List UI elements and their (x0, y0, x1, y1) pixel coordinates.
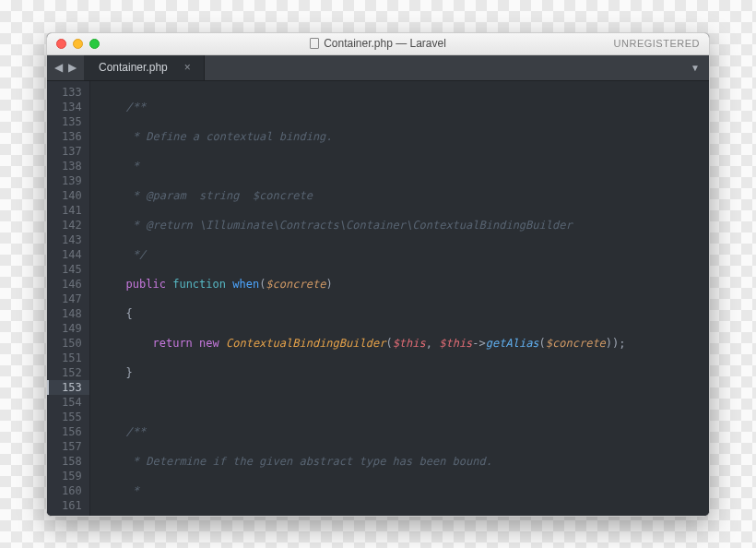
code-token: * @return (126, 219, 193, 232)
line-number: 142 (60, 218, 82, 232)
window-title-text: Container.php — Laravel (324, 37, 446, 50)
code-token: * (126, 160, 139, 173)
line-number: 140 (60, 188, 82, 203)
code-token: * @param (126, 189, 186, 202)
line-number: 157 (60, 439, 82, 454)
code-token: string $concrete (186, 189, 313, 202)
line-number: 151 (60, 351, 82, 365)
line-number: 161 (60, 498, 82, 513)
tab-label: Container.php (99, 61, 168, 74)
code-token: $this (439, 337, 472, 350)
code-token: $concrete (266, 278, 325, 291)
zoom-window-button[interactable] (89, 39, 100, 49)
nav-arrows: ◀ ▶ (47, 55, 84, 80)
line-number: 154 (60, 395, 82, 410)
line-number-active: 153 (47, 380, 89, 395)
code-content[interactable]: /** * Define a contextual binding. * * @… (90, 81, 709, 516)
line-number: 138 (60, 159, 82, 173)
editor-area: 133 134 135 136 137 138 139 140 141 142 … (47, 81, 709, 516)
line-gutter: 133 134 135 136 137 138 139 140 141 142 … (47, 81, 90, 516)
line-number: 145 (60, 262, 82, 277)
window-controls (56, 39, 100, 49)
code-token: function (172, 278, 226, 291)
line-number: 162 (60, 513, 82, 516)
code-token: * Determine if the given abstract type h… (126, 455, 492, 468)
code-token: ( (539, 337, 546, 350)
code-token: ) (325, 278, 332, 291)
editor-window: Container.php — Laravel UNREGISTERED ◀ ▶… (46, 32, 710, 517)
code-token: * Define a contextual binding. (126, 130, 333, 143)
code-token: $concrete (546, 337, 606, 350)
line-number: 156 (60, 424, 82, 439)
code-token: )); (606, 337, 626, 350)
line-number: 133 (60, 85, 82, 100)
code-token: ( (385, 337, 392, 350)
line-number: 149 (60, 321, 82, 336)
code-token: when (232, 278, 259, 291)
line-number: 141 (60, 203, 82, 218)
line-number: 139 (60, 173, 82, 188)
line-number: 158 (60, 454, 82, 469)
line-number: 150 (60, 336, 82, 351)
close-window-button[interactable] (56, 39, 66, 49)
code-token: ContextualBindingBuilder (226, 337, 385, 350)
line-number: 135 (60, 114, 82, 129)
window-title: Container.php — Laravel (47, 37, 709, 50)
code-token: return (152, 337, 192, 350)
line-number: 136 (60, 129, 82, 144)
tab-bar: ◀ ▶ Container.php × ▼ (47, 55, 709, 81)
minimize-window-button[interactable] (73, 39, 83, 49)
titlebar: Container.php — Laravel UNREGISTERED (47, 33, 709, 55)
line-number: 143 (60, 232, 82, 247)
code-token: } (126, 366, 133, 379)
line-number: 152 (60, 365, 82, 380)
nav-forward-icon[interactable]: ▶ (68, 61, 77, 74)
code-token: $this (393, 337, 426, 350)
line-number: 134 (60, 100, 82, 114)
chevron-down-icon: ▼ (691, 63, 700, 73)
code-token: string $abstract (186, 514, 313, 516)
code-token: public (126, 278, 166, 291)
code-token: /** (126, 425, 147, 438)
line-number: 155 (60, 410, 82, 424)
line-number: 147 (60, 292, 82, 306)
document-icon (310, 38, 319, 49)
code-token: new (199, 337, 219, 350)
line-number: 160 (60, 483, 82, 498)
code-token: , (426, 337, 439, 350)
code-token: /** (126, 101, 147, 113)
code-token: -> (472, 337, 485, 350)
code-token: * @param (126, 514, 186, 516)
line-number: 137 (60, 144, 82, 159)
close-icon[interactable]: × (184, 61, 191, 74)
code-token: { (126, 307, 133, 320)
line-number: 146 (60, 277, 82, 292)
code-token: * (126, 484, 139, 497)
unregistered-label: UNREGISTERED (614, 38, 700, 49)
tab-active[interactable]: Container.php × (84, 55, 205, 80)
line-number: 148 (60, 306, 82, 321)
code-token: \Illuminate\Contracts\Container\Contextu… (193, 219, 573, 232)
tab-menu-button[interactable]: ▼ (681, 55, 709, 80)
line-number: 159 (60, 469, 82, 483)
code-token: */ (126, 248, 147, 261)
nav-back-icon[interactable]: ◀ (54, 61, 63, 74)
code-token: getAlias (486, 337, 539, 350)
line-number: 144 (60, 247, 82, 262)
